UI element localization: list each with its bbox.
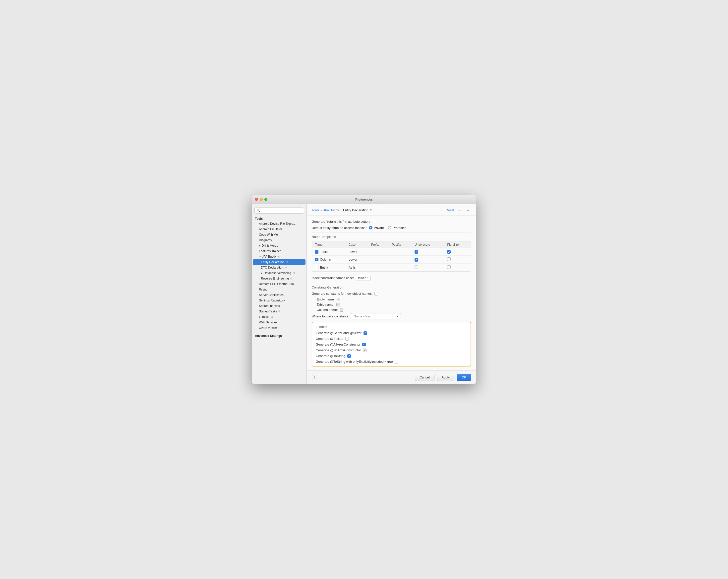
sidebar-item-diff-merge[interactable]: ▶ Diff & Merge [252,243,307,248]
sidebar-item-server-certificates[interactable]: Server Certificates [252,292,307,298]
where-to-place-label: Where to place constants: [312,314,349,318]
pluralize-entity-checkbox[interactable] [447,265,451,269]
setting-access-modifier: Default entity attribute access modifier… [312,226,471,230]
cancel-button[interactable]: Cancel [415,374,434,381]
minimize-button[interactable] [260,198,263,201]
entity-name-checkbox[interactable] [337,298,340,301]
table-name-row: Table name: [317,303,471,306]
cell-pluralize-column [444,256,471,263]
sidebar-item-remote-ssh[interactable]: Remote SSH External Too... [252,281,307,287]
setting-return-this-checkbox[interactable] [373,220,376,223]
apply-button[interactable]: Apply [437,374,454,381]
sidebar-item-database-versioning[interactable]: ▶ Database Versioning ⊡ [252,270,307,276]
setting-return-this-label: Generate "return this;" in attribute set… [312,220,370,224]
pluralize-column-checkbox[interactable] [447,257,451,261]
generate-constants-row: Generate constants for new object names: [312,292,471,296]
col-underscore: Underscore [412,242,444,248]
tools-section-label: Tools [252,216,307,221]
row-column-checkbox[interactable] [315,258,318,261]
jpa-buddy-badge: ⊡ [278,255,280,258]
lombok-tostring-label: Generate @ToString [316,354,345,358]
sidebar-item-shared-indexes[interactable]: Shared Indexes [252,303,307,309]
search-input[interactable] [261,209,302,212]
advanced-settings-label: Advanced Settings [252,333,307,338]
lombok-tostring-checkbox[interactable] [347,354,351,358]
table-name-checkbox[interactable] [336,303,340,306]
titlebar: Preferences [252,195,476,204]
sidebar-item-settings-repository[interactable]: Settings Repository [252,298,307,303]
sidebar-item-android-emulator[interactable]: Android Emulator [252,226,307,232]
preferences-window: Preferences 🔍 Tools Android Device File … [252,195,476,384]
lombok-builder-checkbox[interactable] [345,337,349,341]
radio-protected-circle[interactable] [388,226,391,229]
lombok-no-args: Generate @NoArgsConstructor [316,348,467,352]
sidebar-item-rsync[interactable]: Rsync [252,287,307,292]
underscore-entity-checkbox[interactable] [415,265,418,269]
help-button[interactable]: ? [312,375,317,380]
lombok-getter-setter-checkbox[interactable] [364,331,367,335]
lombok-tostring-explicit-checkbox[interactable] [395,360,398,363]
index-case-setting: Index/constraint names case: lower ▾ [312,275,471,281]
name-templates-section: Name Templates [312,232,471,239]
search-icon: 🔍 [257,209,260,212]
pluralize-table-checkbox[interactable] [447,250,451,254]
reset-button[interactable]: Reset [446,208,454,212]
col-postfix: Postfix [389,242,412,248]
column-name-label: Column name: [317,308,338,312]
lombok-no-args-label: Generate @NoArgsConstructor [316,348,361,352]
dto-declaration-badge: ⊡ [285,266,287,269]
lombok-getter-setter-label: Generate @Getter and @Setter [316,331,362,335]
radio-protected-label: Protected [393,226,407,230]
cell-postfix-table [389,248,412,256]
dropdown-arrow-icon: ▾ [367,277,368,279]
underscore-table-checkbox[interactable] [415,250,418,254]
constants-section: Constants Generation [312,283,471,289]
sidebar-item-xpath-viewer[interactable]: XPath Viewer [252,325,307,331]
sidebar-item-features-trainer[interactable]: Features Trainer [252,248,307,254]
close-button[interactable] [255,198,258,201]
lombok-title: Lombok [316,325,467,329]
sidebar-item-code-with-me[interactable]: Code With Me [252,232,307,237]
cell-target-column: Column [312,256,345,263]
forward-button[interactable]: → [465,207,471,213]
radio-private-circle[interactable] [369,226,372,229]
generate-constants-checkbox[interactable] [374,292,378,296]
lombok-builder: Generate @Builder [316,337,467,341]
breadcrumb: Tools › JPA Buddy › Entity Declaration ⊡ [312,208,372,212]
radio-private[interactable]: Private [369,226,384,230]
sidebar-item-android-device[interactable]: Android Device File Explo... [252,221,307,226]
maximize-button[interactable] [264,198,267,201]
content-body: Generate "return this;" in attribute set… [307,216,476,371]
sidebar-item-tasks[interactable]: ▶ Tasks ⊡ [252,314,307,320]
footer: ? Cancel Apply OK [307,371,476,384]
sidebar-item-web-services[interactable]: Web Services [252,320,307,325]
sidebar-item-dto-declaration[interactable]: DTO Declaration ⊡ [252,265,307,270]
sidebar-item-diagrams[interactable]: Diagrams [252,237,307,243]
breadcrumb-jpa-buddy[interactable]: JPA Buddy [323,208,339,212]
entity-name-row: Entity name: [317,298,471,301]
where-to-place-select[interactable]: Same class ▾ [351,313,401,320]
col-target: Target [312,242,345,248]
column-name-checkbox[interactable] [340,308,343,312]
search-box[interactable]: 🔍 [255,207,304,213]
index-case-select[interactable]: lower ▾ [356,275,371,281]
row-table-checkbox[interactable] [315,250,318,254]
tasks-badge: ⊡ [271,316,273,318]
chevron-down-icon: ▼ [259,255,261,258]
underscore-column-checkbox[interactable] [415,258,418,261]
lombok-tostring-explicit: Generate @ToString with onlyExplicitlyIn… [316,360,467,363]
content-panel: Tools › JPA Buddy › Entity Declaration ⊡… [307,204,476,384]
ok-button[interactable]: OK [457,374,471,381]
cell-prefix-table [368,248,389,256]
lombok-no-args-checkbox[interactable] [363,349,366,352]
back-button[interactable]: ← [457,207,463,213]
radio-protected[interactable]: Protected [388,226,407,230]
lombok-all-args-checkbox[interactable] [362,343,366,346]
sidebar-item-entity-declaration[interactable]: Entity Declaration ⊡ [253,259,306,265]
sidebar-item-startup-tasks[interactable]: Startup Tasks ⊡ [252,309,307,314]
entity-name-label: Entity name: [317,298,335,301]
sidebar-item-reverse-engineering[interactable]: Reverse Engineering ⊡ [252,276,307,281]
breadcrumb-tools[interactable]: Tools [312,208,319,212]
sidebar-item-jpa-buddy[interactable]: ▼ JPA Buddy ⊡ [252,254,307,259]
row-entity-checkbox[interactable] [315,266,318,269]
